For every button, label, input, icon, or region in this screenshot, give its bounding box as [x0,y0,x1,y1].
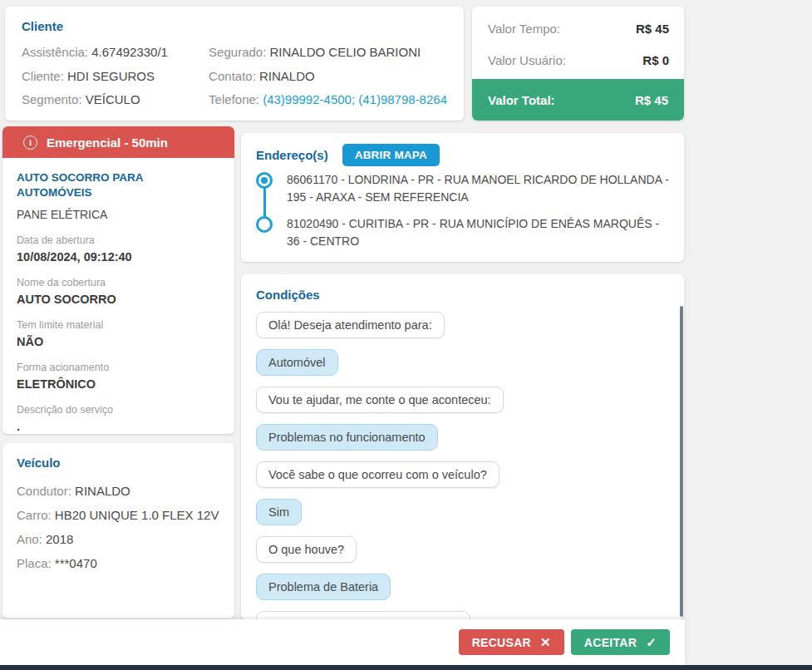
coverage-name-value: AUTO SOCORRO [17,292,220,308]
origin-address-row: 86061170 - LONDRINA - PR - RUA MANOEL RI… [256,171,669,206]
segment-label: Segmento: [22,92,86,106]
car-value: HB20 UNIQUE 1.0 FLEX 12V [55,508,219,522]
chat-scrollbar[interactable] [680,306,683,617]
year-label: Ano: [17,532,46,546]
conditions-card: Condições Olá! Deseja atendimento para: … [241,274,684,619]
client-value: HDI SEGUROS [67,69,155,83]
contact-field: Contato: RINALDO [209,65,447,89]
segment-field: Segmento: VEÍCULO [22,88,209,112]
conditions-chat: Olá! Deseja atendimento para: Automóvel … [256,312,669,619]
origin-address-text: 86061170 - LONDRINA - PR - RUA MANOEL RI… [287,171,669,206]
chat-bubble-bot: O que houve? [256,536,357,563]
insured-field: Segurado: RINALDO CELIO BARIONI [209,41,447,65]
accept-button[interactable]: ACEITAR ✓ [571,629,670,655]
contact-value: RINALDO [259,69,315,83]
contact-label: Contato: [209,69,259,83]
time-value-row: Valor Tempo: R$ 45 [488,12,669,44]
plate-field: Placa: ***0470 [17,551,220,575]
info-icon: i [23,135,37,150]
total-value-label: Valor Total: [488,93,555,107]
user-value-label: Valor Usuário: [488,53,566,67]
service-description-block: Descrição do serviço . [17,403,220,434]
opening-date-block: Data de abertura 10/08/2024, 09:12:40 [17,234,220,265]
client-field: Cliente: HDI SEGUROS [22,65,209,89]
chat-bubble-bot: Vou te ajudar, me conte o que aconteceu: [256,387,504,413]
refuse-button-label: RECUSAR [472,636,531,649]
car-field: Carro: HB20 UNIQUE 1.0 FLEX 12V [17,503,220,527]
destination-address-text: 81020490 - CURITIBA - PR - RUA MUNICÍPIO… [287,215,669,250]
vehicle-card-title: Veículo [17,456,220,470]
opening-date-value: 10/08/2024, 09:12:40 [17,249,220,265]
plate-value: ***0470 [55,556,97,570]
vehicle-card: Veículo Condutor: RINALDO Carro: HB20 UN… [2,443,234,618]
user-value-amount: R$ 0 [642,53,669,67]
open-map-button[interactable]: ABRIR MAPA [342,144,440,166]
chat-bubble-user: Problema de Bateria [256,574,391,600]
plate-label: Placa: [17,556,55,570]
chat-bubble-user: Automóvel [256,349,338,376]
client-card-title: Cliente [22,19,447,33]
conditions-card-title: Condições [256,288,669,302]
window-bottom-edge [0,665,812,670]
material-limit-value: NÃO [17,334,220,350]
client-label: Cliente: [22,69,67,83]
driver-field: Condutor: RINALDO [17,479,220,503]
activation-mode-value: ELETRÔNICO [17,377,220,392]
phone-label: Telefone: [209,92,263,106]
service-description-label: Descrição do serviço [17,403,220,417]
coverage-name-block: Nome da cobertura AUTO SOCORRO [17,276,220,308]
insured-label: Segurado: [209,45,269,59]
refuse-button[interactable]: RECUSAR ✕ [459,629,564,655]
client-fields: Assistência: 4.67492330/1 Cliente: HDI S… [22,41,447,112]
insured-value: RINALDO CELIO BARIONI [270,45,421,59]
material-limit-block: Tem limite material NÃO [17,318,220,350]
action-bar: RECUSAR ✕ ACEITAR ✓ [0,619,685,665]
chat-bubble-bot: O veiculo está em estrada/rodovia? [256,611,470,619]
assistance-label: Assistência: [22,45,91,59]
total-value-amount: R$ 45 [635,93,668,107]
phone-link[interactable]: (43)99992-4500; (41)98798-8264 [263,92,447,106]
material-limit-label: Tem limite material [17,318,220,333]
service-type: PANE ELÉTRICA [17,208,220,221]
service-description-value: . [17,419,220,434]
chat-bubble-user: Sim [256,499,302,525]
addresses-card-title: Endereço(s) [256,148,328,162]
activation-mode-label: Forma acionamento [17,361,220,375]
service-card: i Emergencial - 50min AUTO SOCORRO PARA … [2,126,234,434]
year-field: Ano: 2018 [17,527,220,551]
client-card: Cliente Assistência: 4.67492330/1 Client… [5,7,464,121]
accept-button-label: ACEITAR [584,636,637,649]
chat-bubble-bot: Olá! Deseja atendimento para: [256,312,445,338]
segment-value: VEÍCULO [86,92,140,106]
total-value-bar: Valor Total: R$ 45 [472,79,684,121]
user-value-row: Valor Usuário: R$ 0 [488,44,669,76]
driver-value: RINALDO [75,484,130,498]
driver-label: Condutor: [17,484,75,498]
service-name: AUTO SOCORRO PARA AUTOMÓVEIS [17,170,220,200]
emergency-banner: i Emergencial - 50min [2,126,234,158]
origin-marker-icon [256,172,273,189]
coverage-name-label: Nome da cobertura [17,276,220,290]
address-timeline: 86061170 - LONDRINA - PR - RUA MANOEL RI… [256,171,669,250]
emergency-banner-label: Emergencial - 50min [47,135,168,150]
close-icon: ✕ [540,635,551,650]
year-value: 2018 [46,532,73,546]
pricing-card: Valor Tempo: R$ 45 Valor Usuário: R$ 0 V… [472,7,684,121]
check-icon: ✓ [646,635,657,650]
opening-date-label: Data de abertura [17,234,220,248]
destination-marker-icon [256,216,273,233]
assistance-field: Assistência: 4.67492330/1 [22,41,209,65]
chat-bubble-bot: Você sabe o que ocorreu com o veículo? [256,461,500,488]
phone-field: Telefone: (43)99992-4500; (41)98798-8264 [209,88,447,112]
addresses-card: Endereço(s) ABRIR MAPA 86061170 - LONDRI… [241,133,684,262]
time-value-amount: R$ 45 [636,22,669,36]
destination-address-row: 81020490 - CURITIBA - PR - RUA MUNICÍPIO… [256,215,669,250]
assistance-value: 4.67492330/1 [91,45,168,59]
car-label: Carro: [17,508,55,522]
chat-bubble-user: Problemas no funcionamento [256,424,438,451]
time-value-label: Valor Tempo: [488,22,560,36]
activation-mode-block: Forma acionamento ELETRÔNICO [17,361,220,392]
